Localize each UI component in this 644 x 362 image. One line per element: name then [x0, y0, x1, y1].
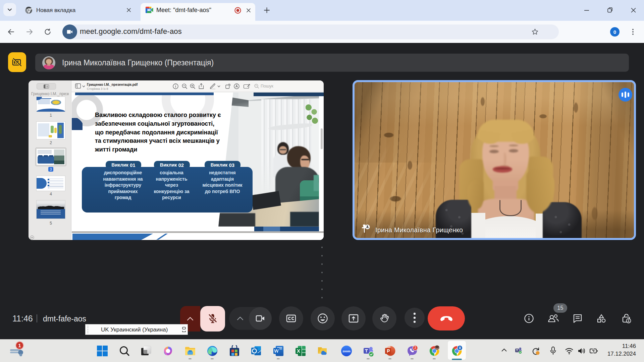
- svg-text:3: 3: [414, 346, 416, 350]
- svg-text:zoom: zoom: [342, 350, 351, 353]
- svg-text:0: 0: [459, 346, 461, 350]
